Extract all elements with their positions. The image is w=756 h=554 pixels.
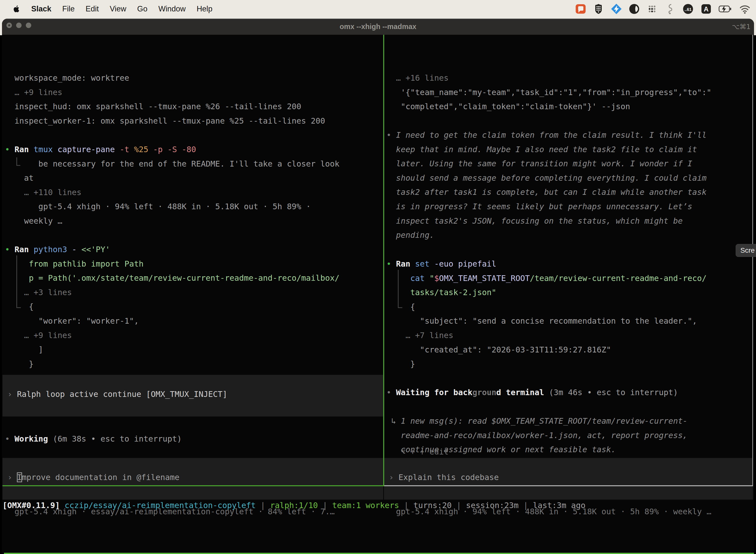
menu-bar-status-icons: ..61 A xyxy=(575,3,751,15)
flash-app-icon[interactable] xyxy=(611,3,622,15)
screen-tooltip: Scre xyxy=(736,244,756,257)
grid-shield-icon[interactable] xyxy=(593,3,604,15)
pane-bottom-border-left xyxy=(2,485,384,486)
svg-text:A: A xyxy=(704,5,709,13)
pane-divider-active[interactable] xyxy=(383,35,384,486)
footer-status-area: [OMX#0.11.9] cczip/essay/ai-reimplementa… xyxy=(0,0,756,554)
menu-item-go[interactable]: Go xyxy=(137,4,147,13)
svg-text:..61: ..61 xyxy=(685,7,692,12)
menu-item-edit[interactable]: Edit xyxy=(85,4,99,13)
badge-61-icon[interactable]: ..61 xyxy=(682,3,694,15)
menu-item-file[interactable]: File xyxy=(62,4,75,13)
pane-border-right xyxy=(752,35,753,486)
menu-item-window[interactable]: Window xyxy=(158,4,186,13)
input-source-icon[interactable]: A xyxy=(700,3,712,15)
menu-item-view[interactable]: View xyxy=(110,4,126,13)
crescent-app-icon[interactable] xyxy=(629,3,640,15)
omx-status-line: [OMX#0.11.9] cczip/essay/ai-reimplementa… xyxy=(2,498,585,513)
active-app-menu[interactable]: Slack xyxy=(31,4,51,13)
chat-app-icon[interactable] xyxy=(575,3,586,15)
terminal-line: [OMX#0.11.9] cczip/essay/ai-reimplementa… xyxy=(2,498,585,513)
apple-menu-icon[interactable] xyxy=(13,5,20,13)
pane-bottom-border-right xyxy=(384,485,753,486)
squiggle-key-icon[interactable] xyxy=(664,3,676,15)
wifi-icon[interactable] xyxy=(739,3,751,15)
menu-item-help[interactable]: Help xyxy=(197,4,212,13)
battery-icon[interactable] xyxy=(718,3,732,15)
menu-bar: Slack File Edit View Go Window Help xyxy=(0,0,756,18)
dots-grid-icon[interactable] xyxy=(646,3,658,15)
